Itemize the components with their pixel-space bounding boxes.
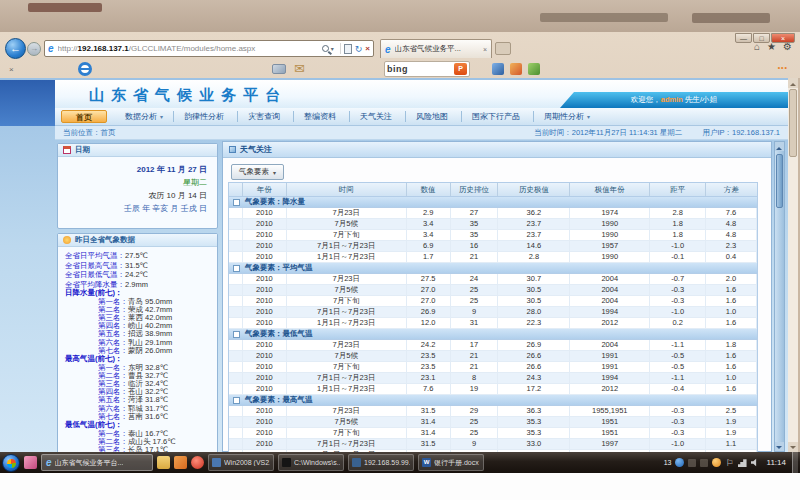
pinned-app-icon[interactable]: [24, 456, 37, 469]
menu-item[interactable]: 国家下行产品: [461, 111, 533, 122]
pinned-app-icon[interactable]: [174, 456, 187, 469]
menu-item[interactable]: 数据分析 ▾: [115, 111, 173, 122]
taskbar-button[interactable]: 192.168.59.99...: [348, 454, 414, 471]
menu-item[interactable]: 灾害查询: [237, 111, 293, 122]
close-toolbar-icon[interactable]: ×: [9, 65, 14, 74]
menu-item[interactable]: 整编资料: [293, 111, 349, 122]
search-icon[interactable]: [322, 45, 329, 52]
group-checkbox[interactable]: [233, 331, 240, 338]
cell-value: 27.5: [407, 274, 451, 284]
tools-gear-icon[interactable]: ⚙: [783, 41, 792, 52]
addon-logo-icon[interactable]: [78, 62, 92, 76]
element-filter-button[interactable]: 气象要素 ▾: [231, 164, 284, 180]
menu-item[interactable]: 风险地图: [405, 111, 461, 122]
bing-search-box[interactable]: bing P: [384, 61, 470, 77]
rank-value: 蒙阴 26.0mm: [128, 346, 172, 355]
cell-extreme-year: 1994: [570, 373, 650, 383]
stop-icon[interactable]: ×: [365, 44, 370, 53]
forward-button[interactable]: →: [27, 42, 41, 56]
cell-extreme: 14.6: [498, 241, 570, 251]
tab-close-icon[interactable]: ×: [483, 46, 487, 53]
cell-rank: 29: [451, 406, 499, 416]
row-spacer: [229, 274, 243, 284]
group-header-row[interactable]: 气象要素：平均气温: [229, 263, 757, 274]
back-button[interactable]: ←: [5, 38, 26, 59]
cell-anomaly: -1.0: [650, 439, 706, 449]
pinned-app-icon[interactable]: [191, 456, 204, 469]
menu-item[interactable]: 天气关注: [349, 111, 405, 122]
date-line: 农历 10 月 14 日: [58, 189, 217, 202]
address-bar[interactable]: e http://192.168.137.1/GLCCLIMATE/module…: [44, 40, 374, 57]
group-checkbox[interactable]: [233, 199, 240, 206]
taskbar-button[interactable]: C:\Windows\s...: [278, 454, 344, 471]
new-tab-button[interactable]: [495, 42, 511, 55]
card-icon[interactable]: [272, 64, 286, 74]
cell-extreme-year: 1990: [570, 219, 650, 229]
group-checkbox[interactable]: [233, 265, 240, 272]
cell-year: 2010: [243, 384, 287, 394]
cell-variance: 1.6: [706, 285, 757, 295]
table-row: 2010 7月下旬 31.4 25 35.3 1951 -0.3 1.9: [229, 428, 757, 439]
tray-badge[interactable]: 13: [664, 459, 672, 466]
menu-item[interactable]: 韵律性分析: [173, 111, 237, 122]
action-center-flag-icon[interactable]: ⚐: [725, 458, 733, 468]
taskbar-button[interactable]: Win2008 (VS2...: [208, 454, 274, 471]
toolbar-app-icon[interactable]: [528, 63, 540, 75]
scroll-up-button[interactable]: [788, 78, 798, 88]
scrollbar-thumb[interactable]: [789, 89, 797, 157]
scroll-up-icon[interactable]: [775, 142, 784, 151]
chevron-down-icon: ▾: [587, 113, 590, 120]
menu-item-home[interactable]: 首页: [61, 110, 107, 123]
browser-tab[interactable]: e 山东省气候业务平... ×: [380, 39, 492, 58]
menu-item-label: 国家下行产品: [472, 111, 520, 122]
taskbar-ie-button[interactable]: e 山东省气候业务平台...: [41, 454, 153, 471]
cell-period: 7月1日～7月23日: [287, 307, 407, 317]
date-line: 2012 年 11 月 27 日: [58, 163, 217, 176]
home-icon[interactable]: ⌂: [754, 41, 760, 52]
favorites-star-icon[interactable]: ★: [767, 41, 776, 52]
bing-search-button[interactable]: P: [454, 63, 467, 75]
tray-app-icon[interactable]: [700, 459, 708, 467]
network-icon[interactable]: [738, 458, 747, 467]
cell-rank: 25: [451, 285, 499, 295]
cell-value: 31.4: [407, 428, 451, 438]
tray-app-icon[interactable]: [675, 458, 684, 467]
refresh-icon[interactable]: ↻: [355, 44, 363, 54]
scroll-down-button[interactable]: [788, 442, 798, 452]
taskbar-button-label: C:\Windows\s...: [294, 459, 340, 466]
table-row: 2010 7月1日～7月23日 6.9 16 14.6 1957 -1.0 2.…: [229, 241, 757, 252]
mail-icon[interactable]: ✉: [294, 61, 305, 76]
row-spacer: [229, 428, 243, 438]
menu-item[interactable]: 周期性分析 ▾: [533, 111, 600, 122]
cell-year: 2010: [243, 252, 287, 262]
toolbar-app-icon[interactable]: [510, 63, 522, 75]
cell-value: 7.6: [407, 384, 451, 394]
tray-app-icon[interactable]: [712, 458, 721, 467]
tray-app-icon[interactable]: [688, 459, 696, 467]
group-header-row[interactable]: 气象要素：最低气温: [229, 329, 757, 340]
cell-value: 31.5: [407, 406, 451, 416]
explorer-folder-icon[interactable]: [157, 456, 170, 469]
volume-icon[interactable]: [751, 458, 760, 467]
toolbar-app-icon[interactable]: [492, 63, 504, 75]
scrollbar-thumb[interactable]: [776, 154, 783, 208]
overflow-dots-icon[interactable]: •••: [778, 64, 788, 71]
cell-year: 2010: [243, 340, 287, 350]
taskbar-clock[interactable]: 11:14: [767, 458, 786, 467]
table-row: 2010 7月23日 24.2 17 26.9 2004 -1.1 1.8: [229, 340, 757, 351]
cell-value: 6.9: [407, 241, 451, 251]
scroll-down-icon[interactable]: [775, 442, 784, 451]
group-header-row[interactable]: 气象要素：降水量: [229, 197, 757, 208]
start-button[interactable]: [2, 454, 20, 472]
group-header-row[interactable]: 气象要素：最高气温: [229, 395, 757, 406]
cell-value: 12.0: [407, 318, 451, 328]
cell-rank: 16: [451, 241, 499, 251]
group-checkbox[interactable]: [233, 397, 240, 404]
show-desktop-button[interactable]: [792, 452, 798, 473]
background-window: [0, 0, 800, 32]
compatibility-view-icon[interactable]: [344, 44, 352, 54]
ie-icon: e: [46, 457, 52, 468]
taskbar-button[interactable]: W 银行手册.docx -...: [418, 454, 484, 471]
table-row: 2010 7月1日～7月23日 31.5 9 33.0 1997 -1.0 1.…: [229, 439, 757, 450]
search-dropdown-icon[interactable]: ▾: [331, 45, 334, 52]
